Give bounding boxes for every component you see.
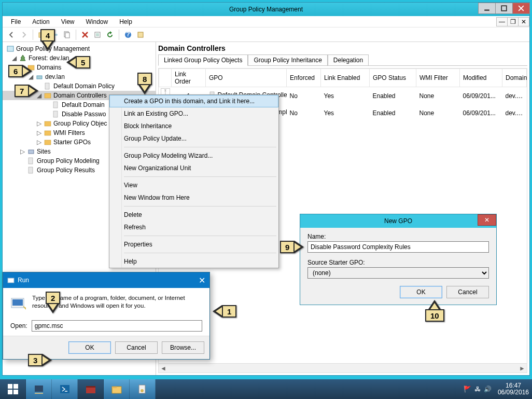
svg-rect-30	[13, 384, 18, 389]
col-link-order[interactable]: Link Order	[172, 69, 206, 87]
annotation-7: 7	[15, 85, 38, 97]
annotation-3: 3	[28, 354, 52, 366]
gpo-link-icon	[52, 101, 60, 109]
col-domain[interactable]: Domain	[502, 69, 527, 87]
svg-rect-1	[501, 6, 507, 11]
menu-action[interactable]: Action	[27, 17, 54, 26]
new-gpo-titlebar: New GPO ✕	[300, 214, 496, 228]
filter-options-button[interactable]	[135, 29, 146, 40]
tab-delegation[interactable]: Delegation	[328, 54, 369, 66]
tray-network-icon[interactable]: 🖧	[474, 386, 481, 393]
menu-window[interactable]: Window	[81, 17, 114, 26]
col-gpo[interactable]: GPO	[206, 69, 287, 87]
svg-rect-33	[35, 386, 43, 392]
tray-sound-icon[interactable]: 🔊	[484, 386, 492, 393]
context-menu: Create a GPO in this domain, and Link it…	[109, 94, 279, 268]
ctx-create-gpo[interactable]: Create a GPO in this domain, and Link it…	[109, 95, 278, 107]
col-enforced[interactable]: Enforced	[287, 69, 321, 87]
tree-forest-label: Forest: dev.lan	[29, 54, 69, 62]
tray-clock[interactable]: 16:47 06/09/2016	[498, 382, 529, 396]
new-gpo-starter-select[interactable]: (none)	[307, 267, 489, 279]
col-link-enabled[interactable]: Link Enabled	[321, 69, 370, 87]
annotation-1: 1	[213, 305, 236, 318]
taskbar-gpmc[interactable]	[130, 379, 156, 399]
ctx-modeling-wizard[interactable]: Group Policy Modeling Wizard...	[109, 149, 278, 162]
refresh-button[interactable]	[104, 29, 116, 40]
forward-button[interactable]	[18, 29, 30, 40]
gpo-modeling-icon	[27, 157, 35, 165]
scroll-right-button[interactable]: ►	[517, 364, 527, 373]
back-button[interactable]	[6, 29, 17, 40]
run-open-input[interactable]	[32, 320, 202, 332]
starter-gpos-icon	[44, 138, 52, 146]
col-wmi-filter[interactable]: WMI Filter	[416, 69, 460, 87]
annotation-5: 5	[66, 56, 90, 68]
ctx-refresh[interactable]: Refresh	[109, 221, 278, 233]
delete-button[interactable]	[79, 29, 91, 40]
tree-sites-label: Sites	[37, 148, 51, 155]
run-cancel-button[interactable]: Cancel	[115, 341, 158, 354]
col-gpo-status[interactable]: GPO Status	[370, 69, 416, 87]
maximize-button[interactable]	[495, 3, 513, 14]
svg-rect-31	[8, 390, 12, 394]
ctx-view-submenu[interactable]: View	[109, 179, 278, 191]
tray-flag-icon[interactable]: 🚩	[464, 386, 471, 393]
annotation-2: 2	[46, 292, 60, 313]
properties-button[interactable]	[92, 29, 103, 40]
taskbar-server-manager[interactable]	[26, 379, 52, 399]
menu-file[interactable]: File	[6, 17, 26, 26]
tree-toggle[interactable]: ▷	[36, 139, 42, 145]
svg-rect-17	[53, 111, 58, 117]
tree-toggle[interactable]: ▷	[19, 148, 25, 155]
new-gpo-close-button[interactable]: ✕	[478, 214, 496, 226]
run-browse-button[interactable]: Browse...	[162, 341, 204, 354]
new-gpo-cancel-button[interactable]: Cancel	[446, 286, 489, 298]
run-ok-button[interactable]: OK	[68, 341, 111, 354]
ctx-block-inheritance[interactable]: Block Inheritance	[109, 120, 278, 132]
tree-domain-label: dev.lan	[45, 73, 65, 80]
ctx-delete[interactable]: Delete	[109, 209, 278, 221]
svg-rect-20	[45, 140, 51, 145]
tree-wmi-filters-label: WMI Filters	[53, 129, 85, 136]
help-button[interactable]: ?	[122, 29, 134, 40]
ctx-properties[interactable]: Properties	[109, 238, 278, 251]
horizontal-scrollbar[interactable]: ◄ ►	[159, 363, 527, 373]
ctx-link-existing-gpo[interactable]: Link an Existing GPO...	[109, 107, 278, 120]
ctx-new-ou[interactable]: New Organizational Unit	[109, 162, 278, 174]
taskbar-powershell[interactable]	[52, 379, 78, 399]
scroll-left-button[interactable]: ◄	[159, 364, 168, 373]
mdi-close-button[interactable]: ✕	[518, 17, 529, 26]
minimize-button[interactable]	[478, 3, 496, 14]
tree-toggle[interactable]: ▷	[36, 130, 42, 136]
tree-toggle[interactable]: ▷	[36, 120, 42, 127]
svg-rect-11	[7, 46, 13, 51]
ctx-help[interactable]: Help	[109, 255, 278, 268]
ctx-gpo-update[interactable]: Group Policy Update...	[109, 132, 278, 145]
start-button[interactable]	[0, 379, 26, 399]
gpo-link-icon	[52, 110, 60, 118]
tree-toggle[interactable]: ◢	[11, 55, 17, 61]
svg-rect-0	[484, 9, 489, 10]
ctx-new-window[interactable]: New Window from Here	[109, 191, 278, 204]
run-close-button[interactable]: ✕	[185, 276, 205, 285]
forest-icon	[19, 54, 27, 62]
mdi-minimize-button[interactable]: —	[496, 17, 508, 26]
ou-icon	[44, 91, 52, 100]
menu-view[interactable]: View	[56, 17, 80, 26]
mdi-restore-button[interactable]: ❐	[507, 17, 519, 26]
tree-dc-default-label: Default Domain	[62, 101, 105, 108]
copy-button[interactable]	[61, 29, 73, 40]
tab-gpo-inheritance[interactable]: Group Policy Inheritance	[248, 54, 327, 66]
tree-results-label: Group Policy Results	[37, 167, 95, 174]
gpo-results-icon	[27, 166, 35, 174]
new-gpo-ok-button[interactable]: OK	[400, 286, 442, 298]
menu-help[interactable]: Help	[114, 17, 137, 26]
col-modified[interactable]: Modified	[460, 69, 502, 87]
taskbar-explorer[interactable]	[104, 379, 130, 399]
taskbar-toolbox[interactable]	[78, 379, 104, 399]
svg-rect-22	[29, 158, 33, 164]
gpm-root-icon	[6, 45, 15, 53]
tab-linked-gpos[interactable]: Linked Group Policy Objects	[158, 54, 248, 66]
close-button[interactable]	[512, 3, 530, 14]
new-gpo-name-input[interactable]	[307, 241, 489, 253]
